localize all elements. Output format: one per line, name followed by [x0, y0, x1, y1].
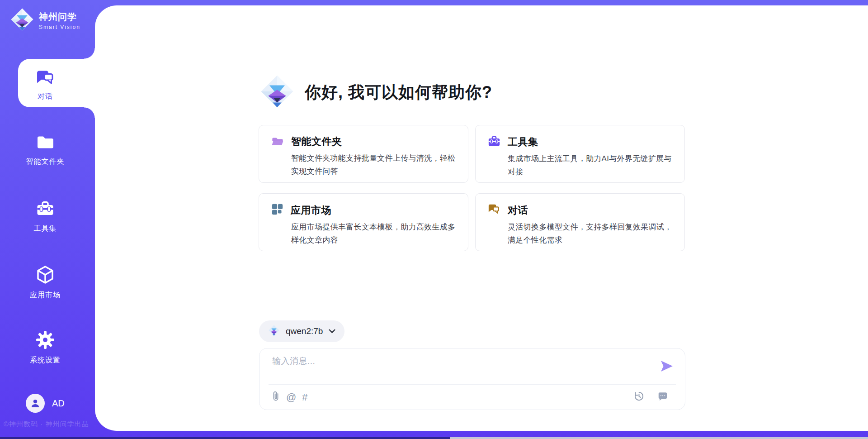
card-description: 灵活切换多模型文件，支持多样回复效果调试，满足个性化需求 — [508, 220, 674, 247]
diamond-logo-icon — [268, 324, 280, 338]
folder-icon — [35, 133, 55, 153]
attach-file-button[interactable] — [271, 390, 280, 405]
card-title: 工具集 — [508, 135, 538, 149]
toolbox-icon — [35, 199, 55, 220]
model-selector[interactable]: qwen2:7b — [259, 320, 344, 342]
greeting-header: 你好, 我可以如何帮助你? — [259, 74, 492, 111]
brand-name-en: Smart Vision — [39, 24, 80, 30]
brand-name-cn: 神州问学 — [39, 11, 80, 23]
chat-bubbles-icon — [488, 203, 500, 217]
sidebar-item-label: 系统设置 — [30, 356, 61, 365]
conversation-button[interactable] — [657, 391, 668, 404]
card-title: 对话 — [508, 204, 528, 217]
user-name: AD — [52, 398, 65, 409]
greeting-title: 你好, 我可以如何帮助你? — [305, 81, 492, 104]
composer-divider — [269, 384, 676, 385]
chevron-down-icon — [329, 327, 335, 335]
window-bottom-edge — [450, 437, 868, 439]
cube-icon — [35, 265, 55, 286]
sidebar: 神州问学 Smart Vision 对话 — [0, 0, 95, 439]
user-avatar-icon — [26, 394, 45, 413]
card-title: 智能文件夹 — [291, 135, 342, 148]
sidebar-item-label: 工具集 — [34, 224, 57, 234]
chat-bubbles-icon — [35, 68, 55, 88]
sidebar-item-settings[interactable]: 系统设置 — [0, 330, 90, 365]
briefcase-icon — [488, 135, 500, 149]
sidebar-item-label: 智能文件夹 — [26, 157, 65, 167]
card-app-market[interactable]: 应用市场 应用市场提供丰富长文本模板，助力高效生成多样化文章内容 — [259, 193, 468, 251]
brand-logo: 神州问学 Smart Vision — [10, 7, 80, 33]
card-description: 应用市场提供丰富长文本模板，助力高效生成多样化文章内容 — [291, 220, 458, 247]
gear-icon — [35, 330, 55, 352]
open-folder-icon — [271, 135, 284, 148]
diamond-logo-icon — [259, 74, 295, 111]
send-button[interactable] — [660, 359, 674, 373]
sidebar-item-smart-folder[interactable]: 智能文件夹 — [0, 133, 90, 167]
message-input[interactable] — [272, 355, 661, 382]
copyright-footer: ©神州数码 · 神州问学出品 — [4, 420, 89, 429]
app-window: 神州问学 Smart Vision 对话 — [0, 0, 868, 439]
feature-cards: 智能文件夹 智能文件夹功能支持批量文件上传与清洗，轻松实现文件问答 工具集 集成… — [259, 125, 685, 251]
card-chat[interactable]: 对话 灵活切换多模型文件，支持多样回复效果调试，满足个性化需求 — [475, 193, 685, 251]
paperclip-icon — [271, 390, 280, 405]
history-icon — [633, 391, 645, 405]
user-account[interactable]: AD — [26, 394, 65, 413]
card-description: 智能文件夹功能支持批量文件上传与清洗，轻松实现文件问答 — [291, 152, 458, 178]
model-name: qwen2:7b — [286, 326, 323, 336]
mention-button[interactable]: @ — [286, 391, 296, 403]
topic-button[interactable]: # — [302, 391, 307, 403]
card-smart-folder[interactable]: 智能文件夹 智能文件夹功能支持批量文件上传与清洗，轻松实现文件问答 — [259, 125, 468, 183]
card-description: 集成市场上主流工具，助力AI与外界无缝扩展与对接 — [508, 152, 674, 178]
hash-icon: # — [302, 391, 307, 403]
sidebar-item-app-market[interactable]: 应用市场 — [0, 265, 90, 300]
sidebar-item-toolset[interactable]: 工具集 — [0, 199, 90, 234]
diamond-logo-icon — [10, 7, 34, 33]
card-toolset[interactable]: 工具集 集成市场上主流工具，助力AI与外界无缝扩展与对接 — [475, 125, 685, 183]
sidebar-item-label: 应用市场 — [30, 291, 61, 300]
composer-toolbar: @ # — [271, 389, 674, 406]
history-button[interactable] — [633, 391, 645, 405]
comment-icon — [657, 391, 668, 404]
sidebar-item-label: 对话 — [38, 92, 53, 101]
card-title: 应用市场 — [291, 204, 331, 217]
at-icon: @ — [286, 391, 296, 403]
message-composer: @ # — [259, 348, 685, 410]
sidebar-item-chat[interactable]: 对话 — [0, 68, 90, 101]
app-grid-icon — [271, 203, 283, 217]
